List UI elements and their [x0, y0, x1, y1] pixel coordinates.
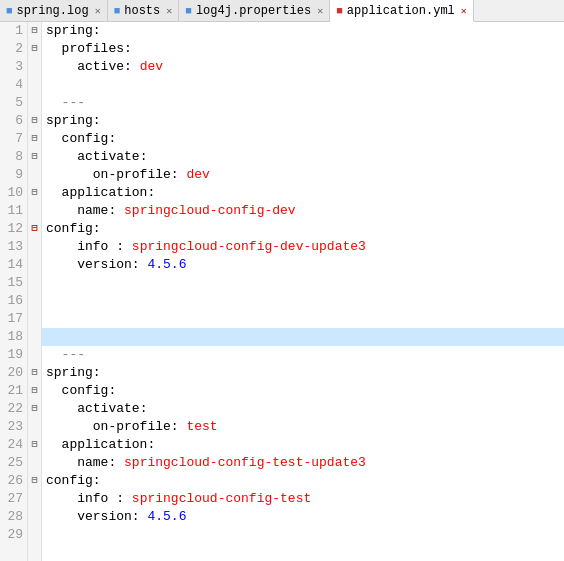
line-number: 28: [0, 508, 27, 526]
fold-marker[interactable]: ⊟: [28, 22, 41, 40]
fold-marker[interactable]: ⊟: [28, 220, 41, 238]
fold-marker: [28, 238, 41, 256]
code-line: spring:: [42, 112, 564, 130]
code-line: [42, 274, 564, 292]
line-number: 4: [0, 76, 27, 94]
code-line: config:: [42, 382, 564, 400]
line-number: 6: [0, 112, 27, 130]
fold-marker[interactable]: ⊟: [28, 436, 41, 454]
tab-close-button[interactable]: ✕: [95, 5, 101, 17]
code-line: [42, 76, 564, 94]
code-line: on-profile: test: [42, 418, 564, 436]
fold-marker: [28, 292, 41, 310]
tab-label: spring.log: [17, 4, 89, 18]
line-number: 14: [0, 256, 27, 274]
fold-marker[interactable]: ⊟: [28, 130, 41, 148]
code-line: profiles:: [42, 40, 564, 58]
code-line: application:: [42, 436, 564, 454]
line-number: 11: [0, 202, 27, 220]
fold-marker: [28, 58, 41, 76]
fold-marker: [28, 256, 41, 274]
line-number: 15: [0, 274, 27, 292]
tab-close-button[interactable]: ✕: [317, 5, 323, 17]
line-number: 3: [0, 58, 27, 76]
tab-icon: ■: [6, 5, 13, 17]
code-line: config:: [42, 220, 564, 238]
fold-marker: [28, 526, 41, 544]
fold-gutter[interactable]: ⊟⊟⊟⊟⊟⊟⊟⊟⊟⊟⊟⊟: [28, 22, 42, 561]
code-line: info : springcloud-config-test: [42, 490, 564, 508]
code-line: on-profile: dev: [42, 166, 564, 184]
line-number: 8: [0, 148, 27, 166]
line-number: 23: [0, 418, 27, 436]
code-line: version: 4.5.6: [42, 508, 564, 526]
line-number: 22: [0, 400, 27, 418]
fold-marker: [28, 346, 41, 364]
code-line: ---: [42, 346, 564, 364]
tab-label: log4j.properties: [196, 4, 311, 18]
line-number: 25: [0, 454, 27, 472]
line-number: 1: [0, 22, 27, 40]
code-line: activate:: [42, 148, 564, 166]
fold-marker: [28, 328, 41, 346]
fold-marker: [28, 94, 41, 112]
line-number: 21: [0, 382, 27, 400]
code-line: name: springcloud-config-test-update3: [42, 454, 564, 472]
tab-icon: ■: [185, 5, 192, 17]
fold-marker: [28, 76, 41, 94]
line-number: 26: [0, 472, 27, 490]
code-line: spring:: [42, 364, 564, 382]
code-line: [42, 292, 564, 310]
fold-marker[interactable]: ⊟: [28, 40, 41, 58]
fold-marker: [28, 454, 41, 472]
fold-marker[interactable]: ⊟: [28, 472, 41, 490]
code-line: spring:: [42, 22, 564, 40]
code-line: activate:: [42, 400, 564, 418]
code-line: ---: [42, 94, 564, 112]
tab-log4j-properties[interactable]: ■log4j.properties✕: [179, 0, 330, 21]
line-number: 18: [0, 328, 27, 346]
fold-marker: [28, 310, 41, 328]
line-number: 9: [0, 166, 27, 184]
line-number: 17: [0, 310, 27, 328]
line-number: 2: [0, 40, 27, 58]
code-line: version: 4.5.6: [42, 256, 564, 274]
code-line: [42, 328, 564, 346]
tab-application-yml[interactable]: ■application.yml✕: [330, 0, 474, 22]
tab-icon: ■: [336, 5, 343, 17]
tab-close-button[interactable]: ✕: [461, 5, 467, 17]
code-line: [42, 310, 564, 328]
code-line: config:: [42, 130, 564, 148]
tab-label: hosts: [124, 4, 160, 18]
code-line: application:: [42, 184, 564, 202]
line-number: 24: [0, 436, 27, 454]
tab-icon: ■: [114, 5, 121, 17]
line-number: 7: [0, 130, 27, 148]
fold-marker: [28, 418, 41, 436]
line-number: 20: [0, 364, 27, 382]
line-numbers: 1234567891011121314151617181920212223242…: [0, 22, 28, 561]
line-number: 12: [0, 220, 27, 238]
tab-spring-log[interactable]: ■spring.log✕: [0, 0, 108, 21]
editor: 1234567891011121314151617181920212223242…: [0, 22, 564, 561]
line-number: 19: [0, 346, 27, 364]
tab-hosts[interactable]: ■hosts✕: [108, 0, 180, 21]
code-area: spring: profiles: active: dev ---spring:…: [42, 22, 564, 561]
fold-marker[interactable]: ⊟: [28, 148, 41, 166]
line-number: 27: [0, 490, 27, 508]
fold-marker[interactable]: ⊟: [28, 382, 41, 400]
line-number: 16: [0, 292, 27, 310]
code-line: [42, 526, 564, 544]
fold-marker[interactable]: ⊟: [28, 112, 41, 130]
fold-marker[interactable]: ⊟: [28, 364, 41, 382]
line-number: 10: [0, 184, 27, 202]
fold-marker: [28, 202, 41, 220]
tab-close-button[interactable]: ✕: [166, 5, 172, 17]
code-line: config:: [42, 472, 564, 490]
tab-bar: ■spring.log✕■hosts✕■log4j.properties✕■ap…: [0, 0, 564, 22]
fold-marker[interactable]: ⊟: [28, 400, 41, 418]
line-number: 29: [0, 526, 27, 544]
fold-marker: [28, 166, 41, 184]
fold-marker[interactable]: ⊟: [28, 184, 41, 202]
fold-marker: [28, 490, 41, 508]
